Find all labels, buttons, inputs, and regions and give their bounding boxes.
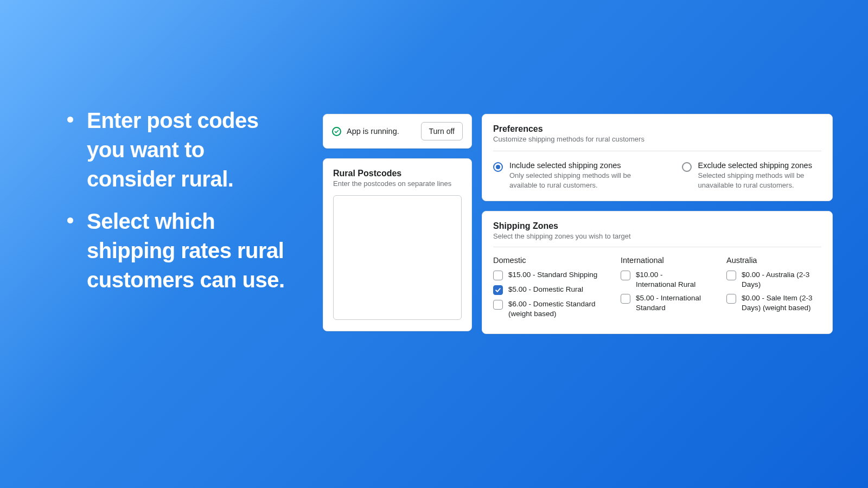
pref-option-label: Exclude selected shipping zones <box>698 161 822 170</box>
checkbox-icon[interactable] <box>493 300 503 310</box>
radio-icon[interactable] <box>493 162 503 172</box>
rate-label: $15.00 - Standard Shipping <box>508 270 597 280</box>
rate-row[interactable]: $10.00 - International Rural <box>621 270 705 289</box>
rate-row[interactable]: $15.00 - Standard Shipping <box>493 270 599 280</box>
rate-label: $10.00 - International Rural <box>636 270 705 289</box>
zone-column-domestic: Domestic $15.00 - Standard Shipping $5.0… <box>493 256 599 323</box>
check-circle-icon <box>332 127 341 136</box>
zone-title: Australia <box>726 256 821 265</box>
preferences-card: Preferences Customize shipping methods f… <box>482 114 833 201</box>
checkbox-icon[interactable] <box>621 271 630 280</box>
shipping-zones-subtitle: Select the shipping zones you wish to ta… <box>493 232 821 240</box>
shipping-zones-title: Shipping Zones <box>493 221 821 231</box>
checkbox-icon[interactable] <box>726 294 736 304</box>
preferences-title: Preferences <box>493 124 821 134</box>
turn-off-button[interactable]: Turn off <box>421 122 463 140</box>
pref-option-include[interactable]: Include selected shipping zones Only sel… <box>493 161 633 190</box>
pref-option-desc: Only selected shipping methods will be a… <box>509 171 633 190</box>
rate-row[interactable]: $5.00 - International Standard <box>621 293 705 312</box>
checkbox-icon[interactable] <box>493 271 503 280</box>
rural-postcodes-card: Rural Postcodes Enter the postcodes on s… <box>323 158 472 331</box>
status-text: App is running. <box>347 127 399 136</box>
rate-label: $5.00 - Domestic Rural <box>508 285 583 294</box>
zone-column-australia: Australia $0.00 - Australia (2-3 Days) $… <box>726 256 821 323</box>
pref-option-exclude[interactable]: Exclude selected shipping zones Selected… <box>682 161 822 190</box>
pref-option-label: Include selected shipping zones <box>509 161 633 170</box>
checkbox-icon[interactable] <box>726 271 736 280</box>
promo-bullet: Enter post codes you want to consider ru… <box>64 106 297 194</box>
rate-row[interactable]: $0.00 - Sale Item (2-3 Days) (weight bas… <box>726 293 821 312</box>
rate-row[interactable]: $0.00 - Australia (2-3 Days) <box>726 270 821 289</box>
rate-label: $6.00 - Domestic Standard (weight based) <box>508 299 599 318</box>
rate-row[interactable]: $6.00 - Domestic Standard (weight based) <box>493 299 599 318</box>
promo-bullet: Select which shipping rates rural custom… <box>64 207 297 294</box>
rural-postcodes-title: Rural Postcodes <box>333 169 462 178</box>
checkbox-icon[interactable] <box>493 285 503 295</box>
radio-icon[interactable] <box>682 162 692 172</box>
rate-label: $0.00 - Sale Item (2-3 Days) (weight bas… <box>742 293 821 312</box>
status-card: App is running. Turn off <box>323 114 472 149</box>
zone-title: International <box>621 256 705 265</box>
rate-label: $0.00 - Australia (2-3 Days) <box>742 270 821 289</box>
pref-option-desc: Selected shipping methods will be unavai… <box>698 171 822 190</box>
zone-column-international: International $10.00 - International Rur… <box>621 256 705 323</box>
preferences-subtitle: Customize shipping methods for rural cus… <box>493 135 821 143</box>
checkbox-icon[interactable] <box>621 294 630 304</box>
app-panel: App is running. Turn off Rural Postcodes… <box>323 114 833 330</box>
rate-label: $5.00 - International Standard <box>636 293 705 312</box>
rate-row[interactable]: $5.00 - Domestic Rural <box>493 285 599 295</box>
promo-panel: Enter post codes you want to consider ru… <box>64 106 297 307</box>
postcodes-input[interactable] <box>333 195 462 320</box>
shipping-zones-card: Shipping Zones Select the shipping zones… <box>482 211 833 334</box>
zone-title: Domestic <box>493 256 599 265</box>
rural-postcodes-subtitle: Enter the postcodes on separate lines <box>333 179 462 188</box>
preferences-radio-group: Include selected shipping zones Only sel… <box>493 161 821 190</box>
